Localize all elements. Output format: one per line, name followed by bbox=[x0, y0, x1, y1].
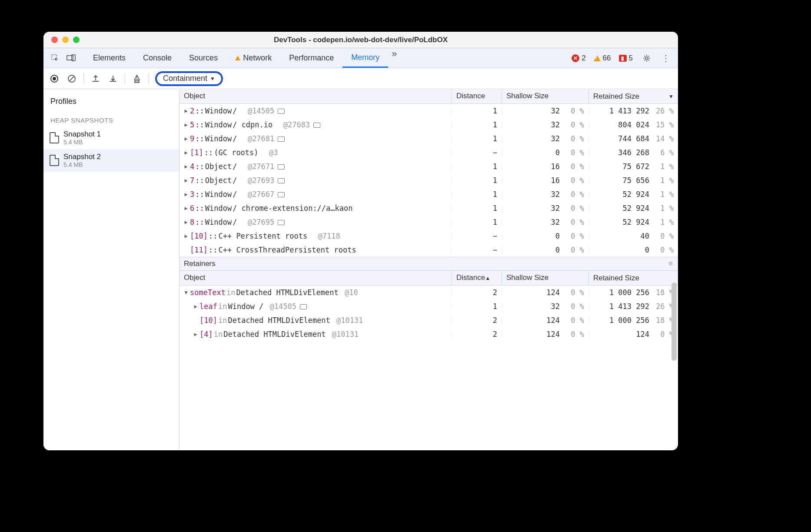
clear-icon[interactable] bbox=[66, 73, 77, 84]
traffic-lights bbox=[43, 37, 80, 43]
expand-icon[interactable] bbox=[193, 317, 199, 323]
memory-toolbar: Containment ▼ bbox=[43, 68, 678, 89]
table-row[interactable]: ▶ [10] :: C++ Persistent roots @7118−00 … bbox=[179, 229, 678, 243]
expand-icon[interactable]: ▶ bbox=[193, 331, 199, 337]
inspect-element-icon[interactable] bbox=[50, 53, 60, 63]
settings-icon[interactable] bbox=[638, 54, 655, 63]
table-row[interactable]: ▶ 6 :: Window / chrome-extension://a…kao… bbox=[179, 201, 678, 215]
sidebar-item-snapshot[interactable]: Snapshot 15.4 MB bbox=[43, 126, 179, 149]
svg-line-5 bbox=[70, 76, 74, 81]
sort-asc-icon: ▲ bbox=[485, 275, 490, 281]
window-icon bbox=[278, 136, 285, 142]
col-retained-size[interactable]: Retained Size bbox=[589, 271, 678, 285]
warning-count[interactable]: 66 bbox=[591, 54, 614, 63]
svg-point-3 bbox=[645, 57, 648, 60]
expand-icon[interactable]: ▶ bbox=[183, 122, 189, 128]
expand-icon[interactable]: ▶ bbox=[183, 136, 189, 142]
expand-icon[interactable]: ▶ bbox=[183, 150, 189, 156]
retainers-header: Retainers ≡ bbox=[179, 257, 678, 271]
expand-icon[interactable]: ▶ bbox=[183, 108, 189, 114]
objects-rows: ▶ 2 :: Window / @145051320 %1 413 29226 … bbox=[179, 104, 678, 257]
file-icon bbox=[50, 132, 59, 143]
error-count[interactable]: ✕2 bbox=[569, 54, 588, 63]
col-retained-size[interactable]: Retained Size▼ bbox=[589, 89, 678, 103]
sidebar-section-head: HEAP SNAPSHOTS bbox=[43, 114, 179, 126]
objects-header: Object Distance Shallow Size Retained Si… bbox=[179, 89, 678, 104]
expand-icon[interactable]: ▼ bbox=[183, 289, 189, 296]
tab-network[interactable]: Network bbox=[226, 48, 280, 68]
expand-icon[interactable]: ▶ bbox=[183, 191, 189, 197]
table-row[interactable]: ▶ 4 :: Object / @276711160 %75 6721 % bbox=[179, 160, 678, 173]
sort-desc-icon: ▼ bbox=[668, 93, 674, 100]
table-row[interactable]: ▼ someText in Detached HTMLDivElement @1… bbox=[179, 286, 678, 299]
tab-console[interactable]: Console bbox=[134, 48, 180, 68]
col-distance[interactable]: Distance bbox=[452, 89, 502, 103]
window-icon bbox=[300, 304, 307, 309]
divider bbox=[125, 73, 125, 84]
col-object[interactable]: Object bbox=[179, 271, 452, 285]
window-titlebar: DevTools - codepen.io/web-dot-dev/live/P… bbox=[43, 32, 678, 48]
table-row[interactable]: ▶ 9 :: Window / @276811320 %744 68414 % bbox=[179, 132, 678, 146]
retainers-columns: Object Distance▲ Shallow Size Retained S… bbox=[179, 271, 678, 286]
sidebar-title: Profiles bbox=[43, 95, 179, 114]
divider bbox=[83, 73, 84, 84]
expand-icon[interactable]: ▶ bbox=[183, 205, 189, 211]
table-row[interactable]: ▶ 2 :: Window / @145051320 %1 413 29226 … bbox=[179, 104, 678, 118]
expand-icon[interactable]: ▶ bbox=[183, 233, 189, 239]
table-row[interactable]: ▶ 3 :: Window / @276671320 %52 9241 % bbox=[179, 187, 678, 201]
col-distance[interactable]: Distance▲ bbox=[452, 271, 502, 285]
more-tabs-icon[interactable]: » bbox=[388, 48, 400, 68]
table-row[interactable]: ▶ leaf in Window / @145051320 %1 413 292… bbox=[179, 299, 678, 313]
view-selector-label: Containment bbox=[163, 74, 207, 83]
window-title: DevTools - codepen.io/web-dot-dev/live/P… bbox=[43, 36, 678, 44]
window-icon bbox=[278, 220, 285, 225]
minimize-icon[interactable] bbox=[62, 37, 69, 43]
divider bbox=[149, 73, 149, 84]
retainers-menu-icon[interactable]: ≡ bbox=[668, 259, 674, 268]
garbage-collect-icon[interactable] bbox=[131, 73, 143, 84]
table-row[interactable]: ▶ 5 :: Window / cdpn.io @276831320 %804 … bbox=[179, 118, 678, 132]
zoom-icon[interactable] bbox=[73, 37, 80, 43]
kebab-menu-icon[interactable]: ⋮ bbox=[658, 53, 674, 63]
expand-icon[interactable]: ▶ bbox=[193, 303, 199, 309]
device-toolbar-icon[interactable] bbox=[66, 53, 76, 63]
sidebar-item-snapshot[interactable]: Snapshot 25.4 MB bbox=[43, 149, 179, 172]
col-object[interactable]: Object bbox=[179, 89, 452, 103]
tab-sources[interactable]: Sources bbox=[180, 48, 226, 68]
record-icon[interactable] bbox=[49, 73, 60, 84]
table-row[interactable]: [10] in Detached HTMLDivElement @1013121… bbox=[179, 313, 678, 327]
save-icon[interactable] bbox=[107, 73, 119, 84]
devtools-window: DevTools - codepen.io/web-dot-dev/live/P… bbox=[43, 32, 678, 450]
chevron-down-icon: ▼ bbox=[210, 76, 215, 82]
panel-tabbar: Elements Console Sources Network Perform… bbox=[43, 48, 678, 68]
retainers-rows: ▼ someText in Detached HTMLDivElement @1… bbox=[179, 286, 678, 341]
load-icon[interactable] bbox=[90, 73, 101, 84]
profiles-sidebar: Profiles HEAP SNAPSHOTS Snapshot 15.4 MB… bbox=[43, 89, 179, 450]
window-icon bbox=[278, 192, 285, 197]
table-row[interactable]: [11] :: C++ CrossThreadPersistent roots−… bbox=[179, 243, 678, 257]
expand-icon[interactable] bbox=[183, 247, 189, 253]
table-row[interactable]: ▶ 8 :: Window / @276951320 %52 9241 % bbox=[179, 215, 678, 229]
window-icon bbox=[313, 123, 320, 128]
svg-rect-1 bbox=[67, 56, 73, 60]
scrollbar[interactable] bbox=[671, 283, 677, 361]
issue-count[interactable]: ▮5 bbox=[616, 54, 635, 63]
tab-performance[interactable]: Performance bbox=[280, 48, 342, 68]
close-icon[interactable] bbox=[51, 37, 58, 43]
col-shallow-size[interactable]: Shallow Size bbox=[502, 271, 589, 285]
col-shallow-size[interactable]: Shallow Size bbox=[502, 89, 589, 103]
view-selector[interactable]: Containment ▼ bbox=[155, 71, 223, 86]
tab-elements[interactable]: Elements bbox=[84, 48, 134, 68]
window-icon bbox=[278, 178, 285, 183]
table-row[interactable]: ▶ [4] in Detached HTMLDivElement @101312… bbox=[179, 327, 678, 341]
tab-memory[interactable]: Memory bbox=[342, 48, 388, 68]
window-icon bbox=[278, 109, 285, 114]
file-icon bbox=[50, 155, 59, 166]
expand-icon[interactable]: ▶ bbox=[183, 163, 189, 170]
window-icon bbox=[278, 164, 285, 170]
table-row[interactable]: ▶ 7 :: Object / @276931160 %75 6561 % bbox=[179, 173, 678, 187]
table-row[interactable]: ▶ [1] :: (GC roots) @3−00 %346 2686 % bbox=[179, 146, 678, 160]
expand-icon[interactable]: ▶ bbox=[183, 219, 189, 225]
expand-icon[interactable]: ▶ bbox=[183, 177, 189, 183]
